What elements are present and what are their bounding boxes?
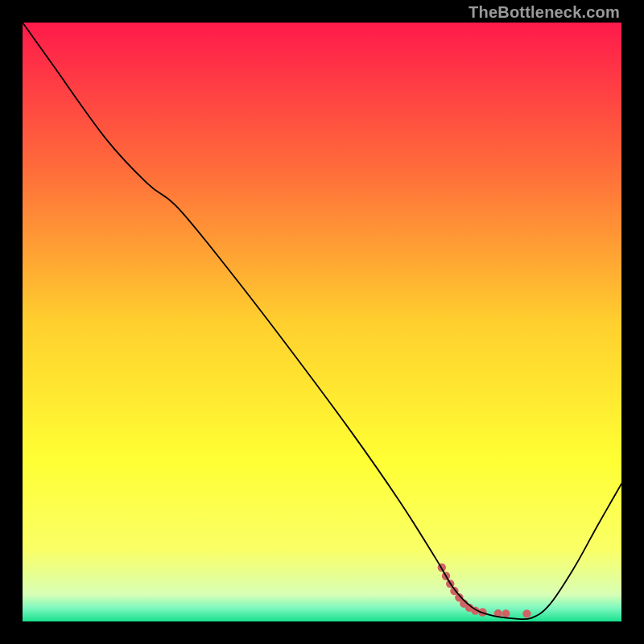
chart-frame: TheBottleneck.com [0, 0, 644, 644]
watermark-label: TheBottleneck.com [469, 3, 620, 22]
marker-dot [522, 609, 530, 617]
marker-dot [502, 609, 510, 617]
plot-area [23, 23, 621, 621]
bottleneck-chart [23, 23, 621, 621]
gradient-background [23, 23, 621, 621]
